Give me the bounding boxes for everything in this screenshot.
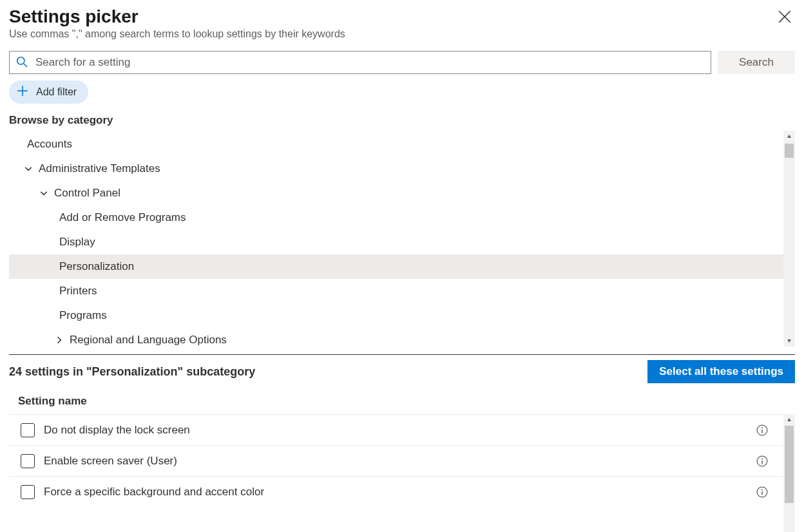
- chevron-right-icon[interactable]: [54, 335, 64, 345]
- chevron-down-icon[interactable]: [23, 164, 34, 174]
- svg-point-9: [761, 427, 763, 428]
- divider: [9, 354, 795, 355]
- search-icon: [16, 56, 28, 70]
- tree-item[interactable]: Administrative Templates: [9, 157, 795, 181]
- tree-item[interactable]: Add or Remove Programs: [9, 205, 795, 230]
- svg-point-2: [17, 57, 24, 64]
- tree-item-label: Accounts: [27, 138, 72, 151]
- svg-point-15: [761, 489, 763, 490]
- tree-item-label: Programs: [59, 309, 107, 322]
- list-scrollbar[interactable]: [783, 414, 795, 532]
- tree-item-label: Administrative Templates: [39, 162, 160, 175]
- tree-item[interactable]: Printers: [9, 279, 795, 303]
- scroll-up-arrow-icon[interactable]: [783, 131, 795, 142]
- panel-title: Settings picker: [9, 6, 345, 27]
- svg-marker-7: [787, 339, 791, 343]
- select-all-button[interactable]: Select all these settings: [647, 360, 795, 383]
- close-icon: [778, 15, 791, 25]
- tree-item-label: Regional and Language Options: [70, 334, 227, 347]
- setting-checkbox[interactable]: [21, 485, 35, 499]
- tree-item[interactable]: Accounts: [9, 132, 795, 157]
- setting-row[interactable]: Enable screen saver (User): [9, 445, 795, 476]
- search-input[interactable]: [34, 52, 704, 73]
- setting-row[interactable]: Do not display the lock screen: [9, 414, 795, 445]
- tree-scrollbar[interactable]: [783, 131, 795, 347]
- setting-checkbox[interactable]: [21, 423, 35, 437]
- info-icon[interactable]: [756, 424, 768, 436]
- search-button[interactable]: Search: [718, 51, 795, 74]
- setting-name: Force a specific background and accent c…: [44, 486, 264, 499]
- svg-marker-17: [787, 418, 791, 421]
- svg-marker-6: [787, 135, 791, 138]
- svg-point-12: [761, 458, 763, 459]
- scroll-thumb[interactable]: [785, 144, 794, 158]
- close-button[interactable]: [776, 8, 794, 28]
- svg-line-3: [24, 63, 27, 66]
- add-filter-label: Add filter: [36, 86, 77, 98]
- results-count: 24 settings in "Personalization" subcate…: [9, 365, 255, 379]
- tree-item[interactable]: Programs: [9, 303, 795, 328]
- setting-name: Do not display the lock screen: [44, 424, 190, 437]
- info-icon[interactable]: [756, 486, 768, 498]
- tree-item-label: Printers: [59, 285, 97, 298]
- add-filter-button[interactable]: Add filter: [9, 81, 88, 104]
- column-header-setting-name: Setting name: [9, 390, 795, 414]
- tree-item[interactable]: Display: [9, 230, 795, 254]
- setting-checkbox[interactable]: [21, 454, 35, 468]
- tree-item-label: Display: [59, 236, 95, 249]
- tree-item[interactable]: Regional and Language Options: [9, 328, 795, 347]
- tree-item-label: Control Panel: [54, 187, 120, 200]
- info-icon[interactable]: [756, 455, 768, 467]
- tree-item[interactable]: Personalization: [9, 254, 795, 279]
- settings-list: Do not display the lock screenEnable scr…: [9, 414, 795, 532]
- scroll-up-arrow-icon[interactable]: [783, 414, 795, 426]
- tree-item-label: Personalization: [59, 260, 134, 273]
- panel-subtitle: Use commas "," among search terms to loo…: [9, 28, 345, 40]
- scroll-down-arrow-icon[interactable]: [783, 335, 795, 347]
- plus-icon: [17, 85, 28, 99]
- tree-item-label: Add or Remove Programs: [59, 211, 186, 224]
- category-tree: AccountsAdministrative TemplatesControl …: [9, 131, 795, 347]
- chevron-down-icon[interactable]: [39, 188, 49, 198]
- tree-item[interactable]: Control Panel: [9, 181, 795, 205]
- setting-row[interactable]: Force a specific background and accent c…: [9, 476, 795, 507]
- scroll-thumb[interactable]: [785, 426, 794, 503]
- browse-by-category-label: Browse by category: [9, 114, 795, 127]
- setting-name: Enable screen saver (User): [44, 455, 177, 468]
- search-box[interactable]: [9, 51, 711, 74]
